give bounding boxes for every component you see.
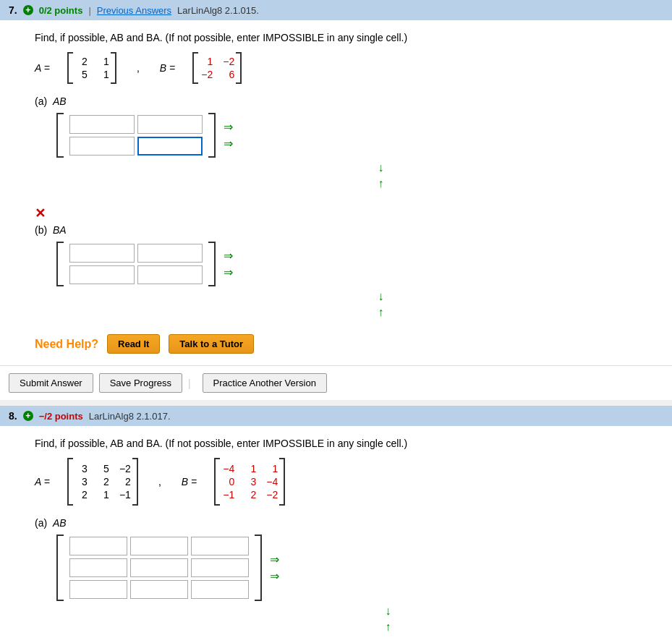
q8-plus-icon: + [23,411,33,421]
q7-submit-btn[interactable]: Submit Answer [9,373,93,393]
q7-matrix-a: 2 1 5 1 [67,52,116,84]
q7-part-b-x: ✕ [35,205,655,221]
q8-part-a-label: (a) [35,517,47,529]
q7-a-row-arrows: ↓ ↑ [107,161,655,191]
q7-a-input-11[interactable] [137,137,203,156]
q7-practice-btn[interactable]: Practice Another Version [203,373,327,393]
q8-body: Find, if possible, AB and BA. (If not po… [0,426,672,643]
q7-part-a-label: (a) [35,95,47,107]
q7-part-b-label: (b) [35,224,47,236]
q8-a-input-00[interactable] [69,537,127,555]
q7-b-input-10[interactable] [69,265,135,284]
q7-prev-answers[interactable]: Previous Answers [97,5,171,16]
question-8: 8. + −/2 points LarLinAlg8 2.1.017. Find… [0,406,672,643]
q7-body: Find, if possible, AB and BA. (If not po… [0,20,672,365]
q8-points: −/2 points [39,411,83,422]
q7-a-arrow-right-1[interactable]: ⇒ [221,119,235,135]
q7-need-help: Need Help? Read It Talk to a Tutor [35,334,655,354]
q7-problem: Find, if possible, AB and BA. (If not po… [35,32,655,43]
q8-a-arrow-down[interactable]: ↓ [383,604,394,618]
q8-a-arrow-up[interactable]: ↑ [383,620,394,634]
q7-a-arrow-down[interactable]: ↓ [375,161,387,175]
q8-a-label: A = [35,476,50,487]
q7-part-b-inputs [69,244,203,284]
q8-a-row-arrows: ↓ ↑ [122,604,655,634]
q7-a-arrow-up[interactable]: ↑ [375,176,387,191]
q7-action-bar: Submit Answer Save Progress | Practice A… [0,365,672,400]
q7-b-input-11[interactable] [137,265,203,284]
q7-b-arrow-right-1[interactable]: ⇒ [221,248,235,263]
q8-part-a-inputs [69,537,249,599]
q8-course-code: LarLinAlg8 2.1.017. [89,411,171,422]
q7-part-a-var: AB [53,95,67,107]
q7-a-arrow-right-2[interactable]: ⇒ [221,136,235,151]
q8-matrix-b: −4 1 1 0 3 −4 −1 2 −2 [214,458,285,506]
q7-a-label: A = [35,62,50,74]
q7-plus-icon: + [23,5,33,15]
q8-part-a-var: AB [53,517,67,529]
q7-read-it-btn[interactable]: Read It [107,334,160,354]
q8-a-arrow-right-1[interactable]: ⇒ [268,552,281,567]
question-7-header: 7. + 0/2 points | Previous Answers LarLi… [0,0,672,20]
q7-points: 0/2 points [39,5,83,16]
q7-save-btn[interactable]: Save Progress [99,373,182,393]
q7-b-input-01[interactable] [137,244,203,263]
q7-b-label: B = [160,62,175,74]
q7-part-b-var: BA [53,224,67,236]
q8-a-input-02[interactable] [191,537,249,555]
q7-b-input-00[interactable] [69,244,135,263]
q7-number: 7. [9,4,17,16]
q7-talk-tutor-btn[interactable]: Talk to a Tutor [169,334,254,354]
q7-b-row-arrows: ↓ ↑ [107,289,655,320]
q7-part-b-matrix: ⇒ ⇒ [56,242,655,286]
question-8-header: 8. + −/2 points LarLinAlg8 2.1.017. [0,406,672,426]
q7-part-a-matrix: ⇒ ⇒ [56,113,655,158]
q8-a-input-11[interactable] [130,558,188,577]
q7-a-input-00[interactable] [69,115,135,134]
question-7: 7. + 0/2 points | Previous Answers LarLi… [0,0,672,400]
q8-a-input-22[interactable] [191,580,249,599]
q7-a-arrow-controls: ⇒ ⇒ [221,119,235,151]
q7-b-arrow-controls: ⇒ ⇒ [221,248,235,280]
q7-b-arrow-right-2[interactable]: ⇒ [221,265,235,280]
q8-number: 8. [9,410,17,422]
q8-a-input-10[interactable] [69,558,127,577]
q8-a-input-12[interactable] [191,558,249,577]
q7-a-input-01[interactable] [137,115,203,134]
q7-b-arrow-down[interactable]: ↓ [375,289,387,304]
q7-part-b: ✕ (b) BA ⇒ ⇒ ↓ ↑ [35,205,655,320]
q8-matrix-a: 3 5 −2 3 2 2 2 1 −1 [67,458,138,506]
q7-matrix-b: 1 −2 −2 6 [192,52,242,84]
q8-b-label: B = [182,476,197,487]
q8-a-arrow-controls: ⇒ ⇒ [268,552,281,584]
q7-course-code: LarLinAlg8 2.1.015. [177,5,259,16]
q8-matrices: A = 3 5 −2 3 2 2 2 1 −1 , B = [35,458,655,506]
q8-a-arrow-right-2[interactable]: ⇒ [268,569,281,584]
q7-b-arrow-up[interactable]: ↑ [375,305,387,320]
q8-a-input-01[interactable] [130,537,188,555]
q7-matrices: A = 2 1 5 1 , B = 1 −2 −2 6 [35,52,655,84]
q7-a-input-10[interactable] [69,137,135,156]
q7-need-help-label: Need Help? [35,338,98,351]
q8-a-input-20[interactable] [69,580,127,599]
q8-part-a: (a) AB ⇒ ⇒ [35,517,655,634]
q7-part-a: (a) AB ⇒ ⇒ ↓ ↑ [35,95,655,191]
q7-part-a-inputs [69,115,203,156]
q8-part-a-matrix: ⇒ ⇒ [56,535,655,601]
q8-problem: Find, if possible, AB and BA. (If not po… [35,438,655,449]
q8-a-input-21[interactable] [130,580,188,599]
